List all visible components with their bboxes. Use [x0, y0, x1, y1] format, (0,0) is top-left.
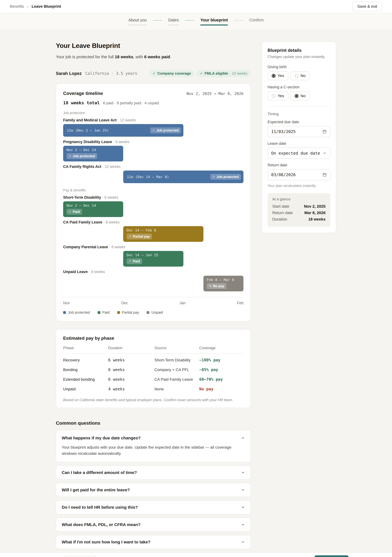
pay-source: Company + CA PFL [155, 368, 199, 372]
step-about-you[interactable]: About you [128, 18, 147, 25]
glance-rows: Start dateNov 2, 2025Return dateMar 8, 2… [272, 204, 326, 221]
legend-label: Unpaid [151, 310, 163, 315]
timeline-row-short-term-disability: Short-Term Disability · 6 weeksNov 2 – D… [63, 195, 244, 217]
having-a-c-section-option-no[interactable]: No [291, 91, 310, 100]
field-value: 11/03/2025 [271, 129, 296, 134]
continue-button[interactable]: Continue [314, 555, 349, 557]
toggle-row-having-a-c-section: YesNo [268, 91, 330, 100]
radio-icon [272, 74, 276, 78]
at-a-glance-panel: At a glance Start dateNov 2, 2025Return … [268, 193, 330, 227]
radio-icon [272, 94, 276, 98]
leave-name: CA Paid Family Leave [63, 220, 102, 224]
pay-duration: 6 weeks [108, 377, 155, 382]
step-confirm[interactable]: Confirm [249, 18, 264, 25]
leave-duration: · 12 weeks [117, 118, 136, 122]
sidebar-divider [268, 106, 330, 106]
status-pill-label: Paid [73, 210, 80, 214]
timeline-summary: 18 weeks total 6 paid · 8 partially paid… [63, 100, 244, 105]
chevron-up-icon [241, 436, 245, 440]
glance-row-start-date: Start dateNov 2, 2025 [272, 204, 326, 209]
faq-question-can-i-take-a-different-amount-of-time[interactable]: Can I take a different amount of time? [62, 470, 245, 475]
pay-col-phase: Phase [63, 346, 108, 350]
faq-question-what-does-fmla-pdl-or-cfra-mean[interactable]: What does FMLA, PDL, or CFRA mean? [62, 522, 245, 527]
timeline-bar-short-term-disability: Nov 2 – Dec 14✓Paid [63, 201, 123, 217]
status-pill-label: Partial pay [133, 235, 150, 238]
person-name: Sarah Lopez [56, 71, 82, 76]
timeline-row-ca-paid-family-leave: CA Paid Family Leave · 8 weeksDec 14 – F… [63, 220, 244, 242]
leave-name: Pregnancy Disability Leave [63, 140, 112, 144]
x-icon: ✕ [209, 284, 212, 288]
pay-duration: 4 weeks [108, 387, 155, 391]
return-date-input[interactable]: 03/08/2026 [268, 169, 330, 180]
check-icon: ✓ [153, 71, 156, 76]
month-label-nov: Nov [63, 301, 70, 305]
legend-label: Partial pay [122, 310, 139, 315]
field-label: Leave date [268, 141, 330, 146]
blueprint-details-card: Blueprint details Changes update your pl… [262, 41, 336, 233]
bar-date-text: 12w (Dec 14 – Mar 8) [127, 175, 169, 179]
chevron-down-icon [241, 540, 245, 544]
glance-value: 18 weeks [308, 217, 326, 221]
timeline-row-company-parental-leave: Company Parental Leave · 6 weeksDec 14 –… [63, 245, 244, 267]
timeline-row-unpaid-leave: Unpaid Leave · 4 weeksFeb 8 – Mar 8✕No p… [63, 270, 244, 291]
badges: ✓Company coverage✓FMLA eligible · 12 wee… [149, 70, 251, 77]
breadcrumb-benefits[interactable]: Benefits [10, 4, 24, 9]
stepper: About youDatesYour blueprintConfirm [128, 18, 264, 25]
save-exit-button[interactable]: Save & exit [352, 2, 382, 11]
pay-phase: Bonding [63, 368, 108, 372]
leave-duration: · 6 weeks [112, 140, 129, 144]
faq-question-will-i-get-paid-for-the-entire-leave[interactable]: Will I get paid for the entire leave? [62, 488, 245, 492]
giving-birth-option-yes[interactable]: Yes [268, 71, 288, 80]
footer-bar: Print Previous Continue [0, 552, 392, 557]
timeline-row-family-and-medical-leave-act: Family and Medical Leave Act · 12 weeks1… [63, 118, 244, 137]
step-dates[interactable]: Dates [168, 18, 179, 25]
timeline-row-label: Family and Medical Leave Act · 12 weeks [63, 118, 244, 122]
section-label-pay-benefits: Pay & benefits [63, 188, 244, 192]
status-pill-label: Job protected [73, 154, 95, 158]
bar-date-text: Dec 14 – Jan 25 [127, 253, 183, 257]
leave-date-select[interactable]: On expected due date [268, 147, 330, 159]
faq-question-what-if-i-m-not-sure-how-long-i-want-to-[interactable]: What if I'm not sure how long I want to … [62, 540, 245, 544]
timeline-track: Nov 2 – Dec 14✓Paid [63, 201, 244, 217]
month-label-dec: Dec [121, 301, 128, 305]
glance-label: Start date [272, 204, 289, 209]
toggle-row-giving-birth: YesNo [268, 71, 330, 80]
faq-question-what-happens-if-my-due-date-changes[interactable]: What happens if my due date changes? [62, 436, 245, 440]
pay-duration: 6 weeks [108, 368, 155, 372]
legend-swatch [98, 311, 100, 314]
option-label: Yes [278, 94, 284, 98]
timeline-title: Coverage timeline [63, 91, 103, 96]
glance-value: Nov 2, 2025 [304, 204, 326, 209]
step-connector [185, 20, 194, 21]
legend-label: Paid [102, 310, 110, 315]
previous-button[interactable]: Previous [65, 556, 96, 557]
having-a-c-section-option-yes[interactable]: Yes [268, 91, 288, 100]
pay-row-bonding: Bonding6 weeksCompany + CA PFL~85% pay [63, 365, 244, 375]
toggle-group-having-a-c-section: Having a C-sectionYesNo [268, 85, 330, 100]
leave-name: Family and Medical Leave Act [63, 118, 117, 122]
pay-source: None [155, 387, 199, 391]
pay-row-recovery: Recovery6 weeksShort-Term Disability~100… [63, 353, 244, 365]
step-your-blueprint[interactable]: Your blueprint [200, 18, 228, 25]
chevron-down-icon [241, 488, 245, 492]
stepper-band: About youDatesYour blueprintConfirm [0, 13, 392, 30]
leave-duration: · 6 weeks [108, 245, 125, 249]
badge-label: Company coverage [157, 71, 191, 76]
timeline-bar-unpaid-leave: Feb 8 – Mar 8✕No pay [204, 276, 244, 291]
expected-due-date-input[interactable]: 11/03/2025 [268, 126, 330, 137]
common-questions-title: Common questions [56, 420, 251, 426]
legend-item-partial-pay: Partial pay [117, 310, 139, 315]
breadcrumb-current: Leave Blueprint [32, 4, 61, 9]
giving-birth-option-no[interactable]: No [291, 71, 310, 80]
glance-value: Mar 8, 2026 [304, 211, 326, 215]
bar-date-text: 12w (Nov 2 – Jan 25) [67, 128, 109, 132]
pay-coverage: ~85% pay [199, 368, 244, 372]
timeline-track: 12w (Nov 2 – Jan 25)✓Job protected [63, 124, 244, 137]
timeline-row-label: Pregnancy Disability Leave · 6 weeks [63, 140, 244, 144]
option-label: Yes [278, 74, 284, 78]
legend-swatch [117, 311, 120, 314]
faq-question-do-i-need-to-tell-hr-before-using-this[interactable]: Do I need to tell HR before using this? [62, 505, 245, 510]
timeline-header: Coverage timeline Nov 2, 2025 → Mar 8, 2… [63, 91, 244, 96]
radio-icon [295, 74, 298, 78]
status-pill: ✓Job protected [150, 127, 181, 133]
